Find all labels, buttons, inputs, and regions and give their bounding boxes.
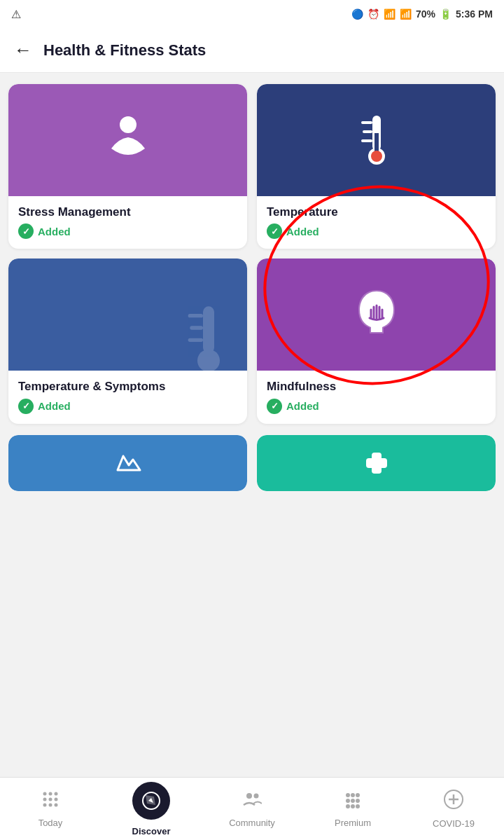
today-label: Today [38,818,63,828]
svg-point-42 [346,804,350,808]
alarm-icon: ⏰ [368,8,379,20]
temperature-body: Temperature ✓ Added [257,196,496,249]
svg-point-26 [49,798,52,801]
svg-point-41 [356,799,360,803]
cards-grid: Stress Management ✓ Added [0,73,504,435]
mindfulness-icon [349,283,405,346]
signal-icon: 📶 [400,8,412,20]
covid-icon [443,789,464,815]
activity-icon [111,446,146,481]
svg-point-40 [351,799,355,803]
mindfulness-status-text: Added [286,400,319,412]
mindfulness-image [257,259,496,371]
svg-point-25 [43,798,47,801]
status-bar-left: ⚠ [11,8,21,21]
stress-management-body: Stress Management ✓ Added [8,196,247,249]
mindfulness-check: ✓ [267,399,282,414]
stress-management-image [8,84,247,196]
svg-point-34 [246,793,252,799]
stress-icon [100,112,156,168]
svg-point-44 [356,804,360,808]
temperature-title: Temperature [267,205,486,219]
temperature-image [257,84,496,196]
temperature-card[interactable]: Temperature ✓ Added [257,84,496,249]
svg-point-35 [254,794,259,799]
svg-point-27 [55,798,58,801]
nav-community[interactable]: Community [224,790,280,828]
nav-discover[interactable]: Discover [123,782,179,836]
partial-card-2-image [257,435,496,491]
today-icon [41,790,60,814]
bluetooth-icon: 🔵 [351,8,363,20]
premium-label: Premium [335,818,371,828]
thermometer-icon [349,109,405,172]
svg-point-24 [55,792,58,796]
svg-point-38 [356,793,360,797]
stress-management-title: Stress Management [18,205,237,219]
battery-level: 70% [416,8,435,20]
temperature-symptoms-status-text: Added [38,400,71,412]
bottom-nav: Today Discover Community [0,777,504,840]
discover-icon [132,782,170,820]
warning-icon: ⚠ [11,8,21,21]
temperature-symptoms-status: ✓ Added [18,399,237,414]
back-button[interactable]: ← [14,39,32,61]
nav-premium[interactable]: Premium [325,790,381,828]
svg-marker-18 [118,456,140,470]
temperature-symptoms-title: Temperature & Symptoms [18,379,237,394]
temperature-symptoms-body: Temperature & Symptoms ✓ Added [8,371,247,423]
temperature-check: ✓ [267,223,282,239]
nav-covid[interactable]: COVID-19 [426,789,482,829]
stress-management-status-text: Added [38,226,71,237]
svg-point-36 [346,793,350,797]
premium-icon [343,790,363,814]
wifi-icon: 📶 [384,8,396,20]
community-icon [242,790,262,814]
covid-label: COVID-19 [433,818,475,829]
mindfulness-status: ✓ Added [267,399,486,414]
temperature-symptoms-card[interactable]: Temperature & Symptoms ✓ Added [8,259,247,423]
battery-icon: 🔋 [440,8,451,20]
svg-point-22 [43,792,47,796]
partial-card-1[interactable] [8,435,247,491]
stress-management-status: ✓ Added [18,223,237,239]
stress-management-card[interactable]: Stress Management ✓ Added [8,84,247,249]
temperature-status-text: Added [286,226,319,237]
health-icon [359,446,394,481]
stress-management-check: ✓ [18,223,34,239]
mindfulness-card[interactable]: Mindfulness ✓ Added [257,259,496,423]
status-bar-right: 🔵 ⏰ 📶 📶 70% 🔋 5:36 PM [351,8,493,20]
svg-point-39 [346,799,350,803]
status-bar: ⚠ 🔵 ⏰ 📶 📶 70% 🔋 5:36 PM [0,0,504,28]
svg-point-12 [197,350,220,371]
mindfulness-body: Mindfulness ✓ Added [257,371,496,423]
svg-point-23 [49,792,52,796]
svg-point-30 [55,804,58,807]
partial-card-2[interactable] [257,435,496,491]
temp-symptoms-watermark [167,297,247,371]
page-title: Health & Fitness Stats [43,41,206,60]
svg-point-28 [43,804,47,807]
svg-point-29 [49,804,52,807]
svg-rect-11 [203,307,214,354]
discover-label: Discover [132,826,171,836]
partial-cards-row [0,435,504,561]
svg-point-7 [371,151,382,162]
temperature-symptoms-check: ✓ [18,399,34,414]
partial-card-1-image [8,435,247,491]
temperature-symptoms-image [8,259,247,371]
svg-point-37 [351,793,355,797]
nav-today[interactable]: Today [22,790,78,828]
temperature-status: ✓ Added [267,223,486,239]
cards-grid-wrapper: Stress Management ✓ Added [0,73,504,561]
community-label: Community [229,818,275,828]
time-display: 5:36 PM [456,8,493,20]
mindfulness-title: Mindfulness [267,379,486,394]
svg-point-0 [120,116,136,133]
svg-rect-20 [366,458,387,468]
header: ← Health & Fitness Stats [0,28,504,73]
svg-point-43 [351,804,355,808]
